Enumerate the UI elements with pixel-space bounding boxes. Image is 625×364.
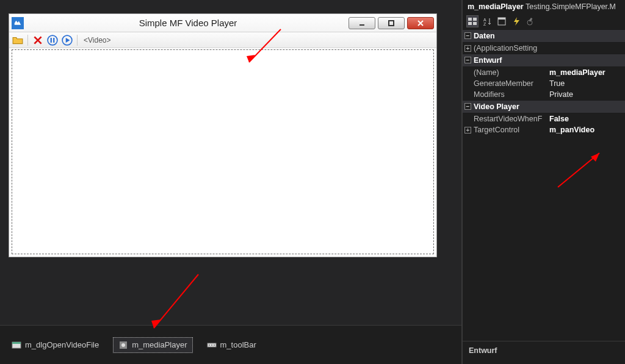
property-value[interactable]: m_mediaPlayer <box>547 68 625 77</box>
window-titlebar: Simple MF Video Player <box>9 14 436 32</box>
video-label: <Video> <box>84 36 111 45</box>
property-category[interactable]: −Entwurf <box>463 54 625 67</box>
expand-icon[interactable]: + <box>464 127 471 134</box>
minimize-button[interactable] <box>349 17 375 29</box>
window-title: Simple MF Video Player <box>27 18 349 28</box>
property-row[interactable]: GenerateMemberTrue <box>463 78 625 89</box>
properties-pane: m_mediaPlayer Testing.SimpleMFPlayer.M A… <box>461 0 625 364</box>
properties-grid[interactable]: −Daten+(ApplicationSetting−Entwurf(Name)… <box>463 29 625 341</box>
video-panel[interactable] <box>12 49 434 254</box>
svg-rect-22 <box>473 22 477 25</box>
property-name: Modifiers <box>474 90 547 99</box>
dialog-icon <box>12 340 21 350</box>
tray-item-m_dlgOpenVideoFile[interactable]: m_dlgOpenVideoFile <box>6 337 104 353</box>
events-tab-button[interactable] <box>510 15 522 27</box>
toolbar-separator <box>77 35 78 46</box>
svg-line-9 <box>154 274 198 328</box>
properties-tab-button[interactable] <box>496 15 508 27</box>
svg-text:A: A <box>483 18 486 22</box>
property-row[interactable]: (Name)m_mediaPlayer <box>463 67 625 78</box>
collapse-icon[interactable]: − <box>464 57 471 63</box>
component-icon <box>118 340 128 350</box>
svg-rect-21 <box>468 22 472 25</box>
tray-item-m_mediaPlayer[interactable]: m_mediaPlayer <box>113 337 192 353</box>
player-toolbar: <Video> <box>9 32 436 48</box>
property-row[interactable]: ModifiersPrivate <box>463 89 625 100</box>
svg-rect-2 <box>389 21 394 26</box>
property-pages-button[interactable] <box>525 15 537 27</box>
property-name: (ApplicationSetting <box>474 44 547 52</box>
toolbar-icon <box>207 340 217 350</box>
play-button[interactable] <box>61 34 73 46</box>
properties-header: m_mediaPlayer Testing.SimpleMFPlayer.M <box>463 0 625 13</box>
properties-toolbar: AZ <box>463 13 625 29</box>
alphabetical-view-button[interactable]: AZ <box>481 15 493 27</box>
svg-point-14 <box>121 343 125 347</box>
property-row[interactable]: RestartVideoWhenFFalse <box>463 113 625 124</box>
tray-item-m_toolBar[interactable]: m_toolBar <box>201 337 262 353</box>
svg-rect-17 <box>211 344 212 346</box>
property-value[interactable]: True <box>547 79 625 88</box>
property-name: (Name) <box>474 68 547 77</box>
property-value[interactable]: m_panVideo <box>547 126 625 134</box>
svg-rect-20 <box>473 18 477 21</box>
property-description-title: Entwurf <box>463 341 625 364</box>
expand-icon[interactable]: + <box>464 45 471 52</box>
svg-rect-1 <box>359 24 364 26</box>
property-name: RestartVideoWhenF <box>474 115 547 123</box>
maximize-button[interactable] <box>378 17 405 29</box>
designer-pane: Simple MF Video Player <box>0 0 461 364</box>
svg-point-3 <box>48 35 57 45</box>
categorized-view-button[interactable] <box>466 15 479 27</box>
form-designer-window[interactable]: Simple MF Video Player <box>9 13 437 257</box>
property-row[interactable]: +(ApplicationSetting <box>463 43 625 54</box>
property-value[interactable]: Private <box>547 90 625 99</box>
component-tray: m_dlgOpenVideoFilem_mediaPlayerm_toolBar <box>0 325 461 364</box>
pause-button[interactable] <box>46 34 59 46</box>
app-icon <box>12 17 24 29</box>
svg-rect-18 <box>214 344 215 346</box>
property-value[interactable]: False <box>547 115 625 123</box>
svg-text:Z: Z <box>483 22 486 26</box>
svg-rect-26 <box>498 18 505 20</box>
property-name: GenerateMember <box>474 79 547 88</box>
tray-item-label: m_mediaPlayer <box>132 340 187 349</box>
collapse-icon[interactable]: − <box>464 103 471 110</box>
svg-rect-19 <box>468 18 472 21</box>
property-name: TargetControl <box>474 126 547 134</box>
svg-rect-5 <box>53 38 54 43</box>
property-row[interactable]: +TargetControlm_panVideo <box>463 124 625 135</box>
toolbar-separator <box>27 35 28 46</box>
design-canvas[interactable]: Simple MF Video Player <box>0 0 461 325</box>
collapse-icon[interactable]: − <box>464 32 471 39</box>
tray-item-label: m_toolBar <box>220 340 256 349</box>
tray-item-label: m_dlgOpenVideoFile <box>25 340 99 349</box>
property-value[interactable] <box>547 44 625 52</box>
svg-rect-12 <box>12 342 21 344</box>
property-category[interactable]: −Daten <box>463 29 625 43</box>
selected-object-name: m_mediaPlayer <box>468 2 524 11</box>
svg-rect-4 <box>51 38 52 43</box>
open-file-button[interactable] <box>12 34 24 46</box>
selected-object-type: Testing.SimpleMFPlayer.M <box>526 2 616 11</box>
stop-button[interactable] <box>32 34 44 46</box>
svg-rect-16 <box>209 344 210 346</box>
close-button[interactable] <box>407 17 434 29</box>
property-category[interactable]: −Video Player <box>463 100 625 113</box>
